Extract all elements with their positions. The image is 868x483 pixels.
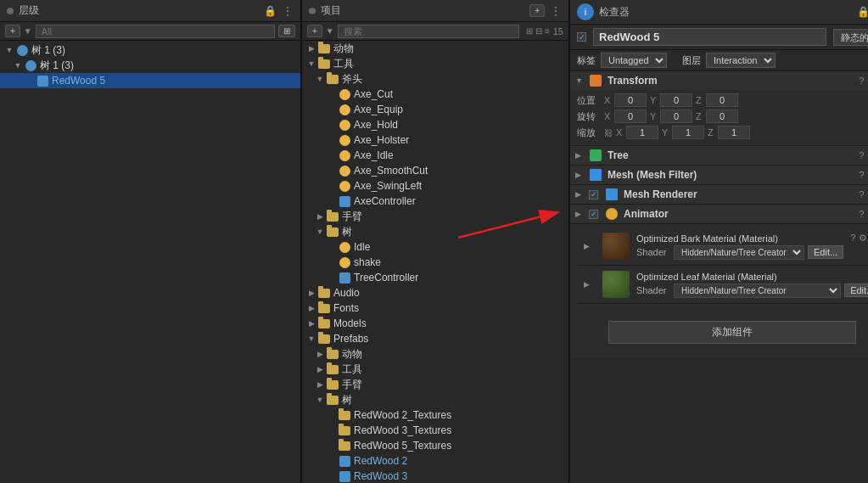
project-menu-icon[interactable]: ⋮ xyxy=(550,4,562,18)
folder-icon xyxy=(317,57,331,70)
bark-edit-button[interactable]: Edit... xyxy=(808,245,843,259)
folder-icon xyxy=(338,439,351,452)
hierarchy-panel: 层级 🔒 ⋮ + ▼ ⊞ 树 1 (3) xyxy=(0,0,301,483)
list-item[interactable]: 手臂 xyxy=(302,377,568,392)
list-item[interactable]: RedWood 3_Textures xyxy=(302,423,568,438)
position-x-input[interactable] xyxy=(614,93,647,107)
inspector-object-row: ✓ 静态的 xyxy=(570,25,868,50)
list-item[interactable]: 树 1 (3) xyxy=(0,42,300,58)
list-item[interactable]: Prefabs xyxy=(302,331,568,346)
list-item[interactable]: shake xyxy=(302,255,568,270)
animator-header[interactable]: ✓ Animator ? ⚙ ⋮ xyxy=(570,205,868,223)
list-item[interactable]: Models xyxy=(302,316,568,331)
bark-mat-arrow[interactable]: ▶ xyxy=(584,242,596,250)
mr-help-icon[interactable]: ? xyxy=(859,189,864,200)
list-item[interactable]: 动物 xyxy=(302,41,568,56)
list-item[interactable]: Fonts xyxy=(302,300,568,316)
folder-icon xyxy=(326,362,339,376)
list-item[interactable]: 树 1 (3) xyxy=(0,58,300,73)
folder-icon xyxy=(326,378,339,391)
bark-shader-select[interactable]: Hidden/Nature/Tree Creator xyxy=(674,245,804,260)
tree-arrow-icon xyxy=(305,289,317,297)
rotation-x-item: X xyxy=(604,110,647,123)
list-item[interactable]: 手臂 xyxy=(302,209,568,224)
project-dropdown-arrow[interactable]: ▼ xyxy=(326,26,334,36)
mesh-filter-header[interactable]: Mesh (Mesh Filter) ? ⚙ ⋮ xyxy=(570,166,868,184)
list-item[interactable]: Idle xyxy=(302,239,568,255)
anim-icon xyxy=(338,133,351,147)
rotation-z-input[interactable] xyxy=(706,110,738,123)
scale-z-item: Z xyxy=(708,126,750,139)
leaf-mat-arrow[interactable]: ▶ xyxy=(584,280,596,289)
anim-help-icon[interactable]: ? xyxy=(859,209,864,220)
project-panel: 项目 + ⋮ + ▼ ⊞ ⊟ ≡ 15 动物 工具 xyxy=(302,0,569,483)
object-name-input[interactable] xyxy=(593,28,826,46)
list-item[interactable]: Axe_Equip xyxy=(302,102,568,117)
list-item[interactable]: Axe_SwingLeft xyxy=(302,178,568,194)
list-item[interactable]: Audio xyxy=(302,285,568,300)
list-item[interactable]: RedWood 5_Textures xyxy=(302,438,568,453)
object-enabled-checkbox[interactable]: ✓ xyxy=(577,32,586,42)
position-z-input[interactable] xyxy=(706,93,738,107)
rotation-y-input[interactable] xyxy=(660,110,692,123)
bark-settings-icon[interactable]: ⚙ xyxy=(859,233,867,244)
transform-component-header[interactable]: Transform ? ⚙ ⋮ xyxy=(570,71,868,90)
static-dropdown[interactable]: 静态的 xyxy=(833,29,868,46)
list-item[interactable]: TreeController xyxy=(302,270,568,285)
list-item[interactable]: 工具 xyxy=(302,362,568,377)
scale-x-input[interactable] xyxy=(626,126,658,139)
hierarchy-icon xyxy=(7,8,14,14)
tree-item-label: RedWood 5 xyxy=(52,75,105,87)
prefab-icon xyxy=(338,469,351,483)
inspector-lock-icon[interactable]: 🔒 xyxy=(857,6,868,18)
list-item[interactable]: 动物 xyxy=(302,346,568,362)
hierarchy-search-input[interactable] xyxy=(36,25,275,38)
list-item[interactable]: RedWood 2 xyxy=(302,453,568,469)
sz-axis-label: Z xyxy=(708,127,716,138)
transform-help-icon[interactable]: ? xyxy=(859,76,864,87)
list-item[interactable]: 工具 xyxy=(302,56,568,71)
list-item[interactable]: Axe_Idle xyxy=(302,148,568,163)
list-item[interactable]: RedWood 2_Textures xyxy=(302,407,568,423)
project-add-button[interactable]: + xyxy=(529,4,545,17)
leaf-edit-button[interactable]: Edit... xyxy=(844,284,868,297)
hierarchy-expand-button[interactable]: ⊞ xyxy=(278,25,295,37)
add-component-button[interactable]: 添加组件 xyxy=(608,321,856,344)
list-item[interactable]: 斧头 xyxy=(302,71,568,87)
layer-select[interactable]: Interaction xyxy=(706,53,776,68)
list-item[interactable]: RedWood 3 xyxy=(302,469,568,483)
mf-help-icon[interactable]: ? xyxy=(859,170,864,181)
hierarchy-menu-icon[interactable]: ⋮ xyxy=(282,4,294,18)
anim-icon xyxy=(338,240,351,254)
bark-shader-label: Shader xyxy=(636,247,670,257)
tree-component-header[interactable]: Tree ? ⚙ ⋮ xyxy=(570,146,868,165)
list-item[interactable]: 树 xyxy=(302,224,568,239)
bark-help-icon[interactable]: ? xyxy=(850,233,855,244)
scale-z-input[interactable] xyxy=(718,126,750,139)
mesh-renderer-enabled-checkbox[interactable]: ✓ xyxy=(589,190,598,199)
project-toolbar-add[interactable]: + xyxy=(307,25,322,37)
scale-y-input[interactable] xyxy=(672,126,704,139)
tree-arrow-icon xyxy=(305,304,317,312)
leaf-shader-select[interactable]: Hidden/Nature/Tree Creator xyxy=(674,284,841,298)
list-item[interactable]: Axe_Hold xyxy=(302,117,568,132)
list-item[interactable]: Axe_Holster xyxy=(302,132,568,148)
list-item[interactable]: Axe_SmoothCut xyxy=(302,163,568,178)
anim-icon xyxy=(338,118,351,132)
tree-item-label: Axe_SwingLeft xyxy=(354,180,422,192)
project-search-input[interactable] xyxy=(338,25,520,38)
list-item[interactable]: Axe_Cut xyxy=(302,87,568,102)
hierarchy-dropdown-arrow[interactable]: ▼ xyxy=(24,26,32,36)
tag-select[interactable]: Untagged xyxy=(601,53,667,68)
list-item[interactable]: 树 xyxy=(302,392,568,407)
tree-help-icon[interactable]: ? xyxy=(859,150,864,161)
mesh-renderer-header[interactable]: ✓ Mesh Renderer ? ⚙ ⋮ xyxy=(570,185,868,204)
list-item[interactable]: RedWood 5 xyxy=(0,73,300,88)
list-item[interactable]: AxeController xyxy=(302,194,568,209)
rotation-x-input[interactable] xyxy=(614,110,647,123)
hierarchy-add-button[interactable]: + xyxy=(5,25,20,37)
animator-enabled-checkbox[interactable]: ✓ xyxy=(589,210,598,219)
hierarchy-lock-icon[interactable]: 🔒 xyxy=(264,5,277,17)
rx-axis-label: X xyxy=(604,111,613,121)
position-y-input[interactable] xyxy=(660,93,692,107)
